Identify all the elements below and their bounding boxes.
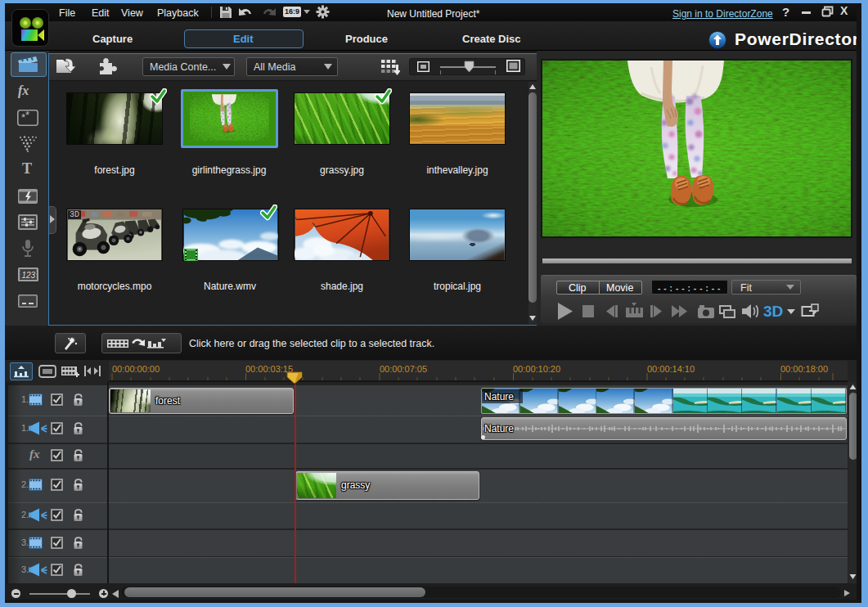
svg-text:**: ** [21, 110, 29, 124]
svg-text:3D: 3D [763, 303, 783, 320]
svg-text:123: 123 [22, 271, 36, 280]
